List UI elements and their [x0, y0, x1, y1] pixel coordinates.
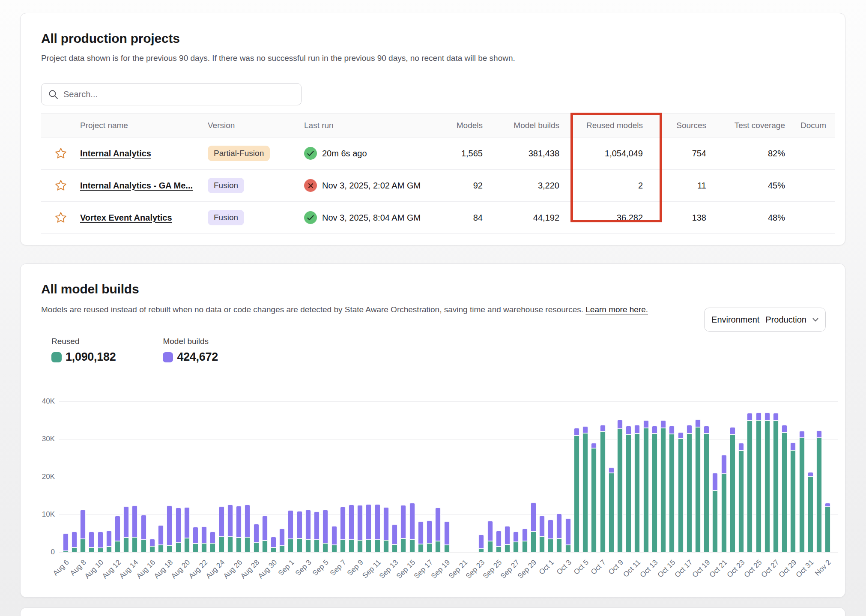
reused-segment [444, 545, 450, 552]
col-project-name[interactable]: Project name [80, 121, 208, 130]
bar-Oct 31 [808, 472, 813, 552]
bar-Aug 14 [132, 505, 137, 552]
reused-models-count: 36,282 [559, 213, 643, 223]
version-badge: Fusion [208, 210, 244, 225]
model-builds-segment [721, 455, 727, 474]
reused-segment [158, 545, 164, 552]
model-builds-segment [176, 508, 181, 543]
reused-segment [764, 421, 770, 552]
project-name-link[interactable]: Internal Analytics - GA Me... [80, 181, 193, 190]
table-row[interactable]: Internal Analytics - GA Me... Fusion Nov… [41, 170, 835, 202]
col-test-coverage[interactable]: Test coverage [706, 121, 785, 130]
models-count: 1,565 [422, 149, 483, 158]
project-name-link[interactable]: Vortex Event Analytics [80, 213, 172, 222]
col-version[interactable]: Version [208, 121, 304, 130]
bar-Oct 10 [626, 426, 631, 552]
bar-Oct 3 [565, 518, 571, 552]
x-axis-tick-label: Oct 29 [777, 558, 799, 580]
model-builds-segment [660, 420, 666, 428]
model-builds-segment [669, 426, 675, 434]
x-axis-tick-label: Oct 13 [639, 558, 660, 580]
bar-Oct 13 [652, 426, 657, 552]
reused-segment [556, 538, 562, 552]
bar-Sep 7 [340, 507, 346, 552]
model-builds-segment [790, 443, 796, 450]
next-card-edge [20, 607, 845, 616]
favorite-star-button[interactable] [54, 178, 68, 193]
model-builds-segment [712, 473, 718, 490]
project-name-link[interactable]: Internal Analytics [80, 149, 151, 158]
table-row[interactable]: Internal Analytics Partial-Fusion 20m 6s… [41, 138, 835, 170]
reused-segment [626, 434, 631, 552]
model-builds-segment [556, 514, 562, 538]
y-axis-tick-label: 20K [28, 472, 55, 481]
col-last-run[interactable]: Last run [304, 121, 422, 130]
bar-Oct 14 [660, 420, 666, 552]
x-axis-tick-label: Sep 17 [412, 558, 434, 580]
reused-segment [582, 433, 588, 552]
model-builds-segment [219, 506, 224, 537]
reused-segment [254, 543, 259, 552]
reused-segment [210, 543, 215, 552]
model-builds-segment [496, 531, 502, 547]
model-builds-segment [400, 505, 406, 538]
model-builds-segment [825, 503, 830, 507]
reused-segment [799, 438, 805, 552]
projects-subtitle: Project data shown is for the previous 9… [41, 54, 515, 63]
bar-Oct 29 [790, 443, 796, 552]
reused-segment [279, 546, 285, 552]
x-axis-tick-label: Sep 1 [277, 558, 296, 578]
favorite-star-button[interactable] [54, 146, 68, 161]
bar-Aug 30 [271, 537, 276, 552]
table-row[interactable]: Vortex Event Analytics Fusion Nov 3, 202… [41, 202, 835, 234]
model-builds-segment [704, 426, 709, 434]
x-axis-tick-label: Oct 19 [690, 558, 712, 580]
bar-Sep 28 [522, 529, 528, 552]
x-axis-tick-label: Sep 3 [294, 558, 314, 578]
x-axis-tick-label: Aug 14 [118, 558, 140, 580]
bar-Nov 1 [816, 431, 822, 552]
bar-Oct 4 [574, 428, 579, 552]
test-coverage-value: 45% [706, 181, 785, 191]
model-builds-segment [323, 510, 328, 543]
reused-segment [314, 540, 320, 552]
bar-Oct 9 [617, 420, 623, 552]
model-builds-segment [245, 505, 250, 537]
model-builds-segment [609, 467, 614, 473]
reused-segment [340, 540, 346, 552]
models-count: 92 [422, 181, 483, 191]
model-builds-segment [254, 524, 259, 543]
col-documentation[interactable]: Docum [785, 121, 835, 130]
col-reused-models[interactable]: Reused models [559, 121, 643, 130]
bar-Oct 8 [609, 467, 614, 552]
x-axis-tick-label: Aug 20 [170, 558, 192, 580]
reused-segment [106, 547, 112, 552]
model-builds-segment [106, 531, 112, 547]
bar-Aug 24 [219, 506, 224, 552]
projects-table: Project name Version Last run Models Mod… [41, 113, 835, 234]
model-builds-segment [678, 432, 684, 439]
reused-segment [288, 539, 293, 552]
search-box[interactable] [41, 83, 302, 105]
model-builds-card: All model builds Models are reused inste… [20, 263, 845, 598]
bar-Sep 25 [496, 531, 502, 552]
bar-Oct 18 [695, 419, 701, 552]
model-builds-segment [505, 526, 510, 544]
last-run-text: Nov 3, 2025, 2:02 AM GM [322, 181, 421, 191]
reused-segment [227, 537, 233, 552]
reused-segment [80, 539, 86, 552]
col-sources[interactable]: Sources [643, 121, 706, 130]
bar-Aug 15 [141, 515, 146, 552]
col-models[interactable]: Models [422, 121, 483, 130]
reused-segment [167, 545, 172, 552]
search-input[interactable] [63, 90, 294, 99]
run-success-icon [304, 147, 317, 160]
reused-segment [790, 450, 796, 552]
model-builds-segment [331, 526, 337, 545]
y-axis-tick-label: 0 [28, 548, 55, 556]
col-model-builds[interactable]: Model builds [483, 121, 559, 130]
reused-segment [574, 436, 579, 552]
model-builds-segment [349, 505, 354, 540]
version-badge: Fusion [208, 178, 244, 193]
favorite-star-button[interactable] [54, 210, 68, 225]
